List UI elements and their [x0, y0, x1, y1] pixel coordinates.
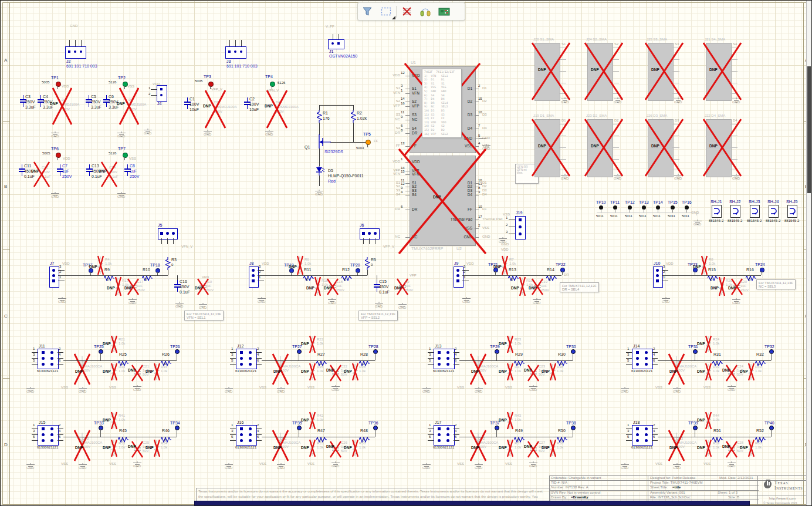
- board-icon[interactable]: [435, 4, 454, 19]
- testpoint-TP27[interactable]: [297, 349, 302, 354]
- testpoint-TP4[interactable]: [270, 82, 275, 87]
- vertical-scrollbar-thumb[interactable]: [807, 66, 811, 193]
- resistor[interactable]: [546, 273, 557, 278]
- shunt-SH-J1[interactable]: [712, 205, 722, 218]
- filter-icon[interactable]: [358, 4, 377, 19]
- testpoint-TP26[interactable]: [175, 349, 180, 354]
- pin-number: 3: [259, 265, 260, 269]
- dnp-cross: [550, 363, 556, 381]
- testpoint-TP38[interactable]: [571, 426, 576, 430]
- net-label: GND: [117, 195, 125, 199]
- testpoint-TP6[interactable]: [56, 153, 61, 158]
- header-J15[interactable]: [38, 425, 59, 446]
- pin: [52, 279, 55, 282]
- testpoint-TP24[interactable]: [760, 268, 764, 272]
- ghost-label: R8: [709, 258, 713, 262]
- dnp-label: DNP: [471, 369, 479, 373]
- testpoint-TP33[interactable]: [99, 426, 103, 430]
- header-J11[interactable]: [38, 349, 59, 369]
- testpoint-ref: TP2: [118, 76, 126, 80]
- testpoint-TP20[interactable]: [356, 268, 360, 273]
- transistor-Q1[interactable]: [315, 134, 331, 150]
- shunt-SH-J5[interactable]: [787, 205, 797, 218]
- sma-ref: J26 D3_SMA: [647, 114, 667, 118]
- resistor-R2[interactable]: [351, 110, 356, 123]
- header-J17[interactable]: [434, 425, 455, 446]
- header-J13[interactable]: [434, 349, 455, 369]
- wire: [127, 172, 128, 176]
- pin-number: 5: [231, 435, 233, 439]
- wire: [377, 280, 377, 284]
- vertical-scrollbar-track[interactable]: [806, 1, 811, 506]
- testpoint-TP36[interactable]: [373, 426, 378, 430]
- pin: [438, 433, 441, 436]
- testpoint-TP35[interactable]: [297, 426, 302, 430]
- dnp-label: DNP: [128, 444, 136, 448]
- ghost-label: 1.0k: [119, 369, 125, 373]
- resistor-R1[interactable]: [317, 110, 322, 123]
- testpoint-TP31[interactable]: [693, 349, 698, 354]
- pin-number: 1: [59, 275, 61, 279]
- led-D5[interactable]: [314, 166, 326, 177]
- resistor[interactable]: [708, 273, 718, 278]
- ghost-label: R22: [317, 338, 323, 342]
- wire: [2, 121, 9, 122]
- dnp-label: DNP: [265, 104, 273, 108]
- mod-date: Mod. Date: 2/12/2021: [719, 476, 753, 480]
- connections-icon[interactable]: [416, 4, 435, 19]
- testpoint-TP39[interactable]: [693, 426, 698, 430]
- resistor[interactable]: [142, 273, 153, 278]
- resistor-R3[interactable]: [165, 257, 171, 270]
- shunt-SH-J3[interactable]: [750, 205, 760, 218]
- testpoint-ref: TP3: [204, 75, 211, 79]
- net-label: GND: [128, 301, 136, 305]
- testpoint-TP3[interactable]: [208, 82, 214, 87]
- wire: [89, 172, 90, 176]
- shunt-SH-J2[interactable]: [730, 205, 740, 218]
- header-J12[interactable]: [236, 349, 257, 369]
- ghost-label: 1uF: [205, 284, 211, 288]
- testpoint-TP28[interactable]: [373, 349, 378, 354]
- testpoint-TP25[interactable]: [99, 349, 103, 354]
- resistor[interactable]: [303, 273, 314, 278]
- horizontal-scrollbar[interactable]: [194, 501, 750, 506]
- component-label: 250V: [25, 100, 35, 104]
- schematic-canvas[interactable]: GNDVDDVSSVFP_VVFN_VV_FFVDDVDDVSSVFN_VVFP…: [1, 1, 812, 506]
- testpoint-TP30[interactable]: [571, 349, 576, 354]
- testpoint-TP18[interactable]: [155, 268, 160, 273]
- testpoint-TP5[interactable]: [366, 140, 371, 145]
- resistor[interactable]: [341, 273, 352, 278]
- pin-number: 2: [455, 423, 456, 427]
- dnp-cross: [645, 42, 684, 100]
- wire: [319, 176, 320, 186]
- testpoint-TP29[interactable]: [495, 349, 499, 354]
- wire: [32, 440, 38, 441]
- dnp-label: DNP: [499, 342, 507, 346]
- cross-probe-off-icon[interactable]: [397, 4, 416, 19]
- resistor-R5[interactable]: [365, 257, 370, 270]
- dnp-cross: [111, 411, 117, 430]
- pin-number: 3: [627, 353, 629, 357]
- gnd-symbol: [529, 458, 538, 464]
- testpoint-TP1[interactable]: [56, 82, 61, 87]
- pin-number: 3: [33, 353, 35, 357]
- testpoint-TP22[interactable]: [560, 268, 565, 272]
- select-area-icon[interactable]: [377, 4, 395, 19]
- testpoint-TP40[interactable]: [769, 426, 774, 430]
- component-label: 1uF: [130, 169, 137, 174]
- testpoint-TP34[interactable]: [175, 426, 180, 430]
- shunt-SH-J4[interactable]: [769, 205, 779, 218]
- testpoint-TP7[interactable]: [123, 153, 128, 158]
- connector-J1[interactable]: [328, 39, 344, 49]
- resistor[interactable]: [508, 273, 519, 278]
- testpoint-TP32[interactable]: [769, 349, 774, 354]
- testpoint-TP2[interactable]: [123, 82, 128, 87]
- testpoint-TP37[interactable]: [495, 426, 499, 430]
- header-J14[interactable]: [632, 349, 653, 369]
- header-J18[interactable]: [632, 425, 653, 446]
- resistor[interactable]: [104, 273, 114, 278]
- resistor[interactable]: [746, 273, 756, 278]
- wire: [626, 364, 632, 365]
- header-J16[interactable]: [236, 425, 257, 446]
- ti-name-2: Instruments: [774, 485, 803, 491]
